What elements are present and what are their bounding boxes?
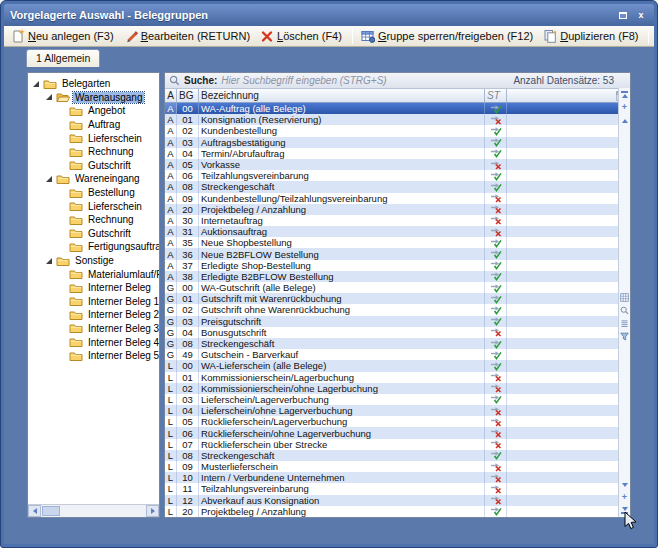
table-row[interactable]: L 01 Kommissionierschein/Lagerbuchung [165, 372, 630, 383]
column-header-a[interactable]: A [165, 89, 177, 102]
table-row[interactable]: L 07 Rücklieferschein über Strecke [165, 439, 630, 450]
tree-item-gutschrift[interactable]: Gutschrift [28, 227, 159, 241]
table-row[interactable]: G 04 Bonusgutschrift [165, 327, 630, 338]
scroll-down-page-button[interactable]: + [620, 493, 630, 502]
column-header-bg[interactable]: BG [177, 89, 199, 102]
tree-item-interner-beleg-4-pps[interactable]: Interner Beleg 4 (PPS) [28, 335, 159, 349]
table-view-icon[interactable] [620, 293, 630, 302]
search-button[interactable]: Suchen (STRG+S) [654, 28, 658, 44]
delete-button-label: Löschen (F4) [277, 30, 342, 42]
new-button[interactable]: Neu anlegen (F3) [8, 28, 119, 44]
cell-bezeichnung: Vorkasse [199, 159, 485, 170]
table-row[interactable]: G 49 Gutschein - Barverkauf [165, 349, 630, 360]
tree-item-interner-beleg-3-pps[interactable]: Interner Beleg 3 (PPS) [28, 322, 159, 336]
table-row[interactable]: A 31 Auktionsauftrag [165, 226, 630, 237]
expand-arrow-icon[interactable] [45, 175, 53, 183]
scrollbar-thumb[interactable] [42, 506, 60, 516]
table-row[interactable]: A 01 Konsignation (Reservierung) [165, 114, 630, 125]
tree-item-lieferschein[interactable]: Lieferschein [28, 131, 159, 145]
table-row[interactable]: A 00 WA-Auftrag (alle Belege) [165, 103, 630, 114]
tree-item-interner-beleg-5-pps[interactable]: Interner Beleg 5 (PPS) [28, 349, 159, 363]
table-row[interactable]: L 03 Lieferschein/Lagerverbuchung [165, 394, 630, 405]
tree-item-interner-beleg-2-pps[interactable]: Interner Beleg 2 (PPS) [28, 308, 159, 322]
scroll-down-button[interactable] [620, 480, 630, 489]
edit-button[interactable]: Bearbeiten (RETURN) [121, 28, 255, 44]
expand-arrow-icon[interactable] [32, 80, 40, 88]
tree-item-materialumlauf-reparatur[interactable]: Materialumlauf/Reparatur [28, 267, 159, 281]
search-input[interactable]: Hier Suchbegriff eingeben (STRG+S) [221, 75, 509, 86]
table-row[interactable]: A 09 Kundenbestellung/Teilzahlungsverein… [165, 193, 630, 204]
table-row[interactable]: G 00 WA-Gutschrift (alle Belege) [165, 282, 630, 293]
table-row[interactable]: G 03 Preisgutschrift [165, 316, 630, 327]
table-row[interactable]: A 37 Erledigte Shop-Bestellung [165, 260, 630, 271]
restore-window-button[interactable] [616, 9, 630, 22]
tree-horizontal-scrollbar[interactable] [28, 504, 159, 517]
table-row[interactable]: L 06 Rücklieferschein/ohne Lagerverbuchu… [165, 427, 630, 438]
tree-item-lieferschein[interactable]: Lieferschein [28, 199, 159, 213]
filter-funnel-icon[interactable] [620, 332, 630, 341]
quick-search-icon[interactable] [620, 306, 630, 315]
cell-bezeichnung: Rücklieferschein/ohne Lagerverbuchung [199, 427, 485, 438]
table-row[interactable]: A 04 Termin/Abrufauftrag [165, 148, 630, 159]
table-row[interactable]: A 30 Internetauftrag [165, 215, 630, 226]
cell-filler [507, 215, 630, 226]
tree-item-angebot[interactable]: Angebot [28, 104, 159, 118]
table-row[interactable]: A 05 Vorkasse [165, 159, 630, 170]
tree-item-rechnung[interactable]: Rechnung [28, 213, 159, 227]
twist-spacer [58, 311, 66, 319]
table-row[interactable]: L 02 Kommissionierschein/ohne Lagerbuchu… [165, 383, 630, 394]
table-row[interactable]: L 04 Lieferschein/ohne Lagerverbuchung [165, 405, 630, 416]
table-row[interactable]: L 00 WA-Lieferschein (alle Belege) [165, 360, 630, 371]
delete-button[interactable]: Löschen (F4) [257, 28, 347, 44]
expand-arrow-icon[interactable] [45, 257, 53, 265]
table-row[interactable]: A 36 Neue B2BFLOW Bestellung [165, 248, 630, 259]
tree-item-wareneingang[interactable]: Wareneingang [28, 172, 159, 186]
table-row[interactable]: L 10 Intern / Verbundene Unternehmen [165, 472, 630, 483]
table-row[interactable]: L 12 Abverkauf aus Konsignation [165, 495, 630, 506]
status-icon [485, 405, 507, 416]
scroll-up-button[interactable] [620, 116, 630, 125]
group-lock-button[interactable]: Gruppe sperren/freigeben (F12) [358, 28, 538, 44]
table-row[interactable]: A 20 Projektbeleg / Anzahlung [165, 204, 630, 215]
table-row[interactable]: G 08 Streckengeschäft [165, 338, 630, 349]
toolbar-separator [352, 29, 353, 44]
tree-item-bestellung[interactable]: Bestellung [28, 186, 159, 200]
column-header-st[interactable]: ST [485, 89, 507, 102]
cell-a: A [165, 181, 177, 192]
table-row[interactable]: A 06 Teilzahlungsvereinbarung [165, 170, 630, 181]
table-row[interactable]: L 05 Rücklieferschein/Lagerverbuchung [165, 416, 630, 427]
scroll-left-button[interactable] [28, 505, 41, 517]
table-row[interactable]: A 38 Erledigte B2BFLOW Bestellung [165, 271, 630, 282]
expand-arrow-icon[interactable] [45, 93, 53, 101]
tree-item-belegarten[interactable]: Belegarten [28, 77, 159, 91]
table-row[interactable]: G 02 Gutschrift ohne Warenrückbuchung [165, 304, 630, 315]
table-row[interactable]: A 08 Streckengeschäft [165, 181, 630, 192]
tab-allgemein[interactable]: 1 Allgemein [26, 49, 100, 67]
table-row[interactable]: G 01 Gutschrift mit Warenrückbuchung [165, 293, 630, 304]
cell-bezeichnung: Kommissionierschein/ohne Lagerbuchung [199, 383, 485, 394]
tree-item-interner-beleg[interactable]: Interner Beleg [28, 281, 159, 295]
table-row[interactable]: A 35 Neue Shopbestellung [165, 237, 630, 248]
tree-item-rechnung[interactable]: Rechnung [28, 145, 159, 159]
tree-item-auftrag[interactable]: Auftrag [28, 118, 159, 132]
tree-item-fertigungsauftrag-pps[interactable]: Fertigungsauftrag (PPS) [28, 240, 159, 254]
cell-filler [507, 416, 630, 427]
table-row[interactable]: L 11 Teilzahlungsvereinbarung [165, 483, 630, 494]
table-row[interactable]: L 20 Projektbeleg / Anzahlung [165, 506, 630, 517]
scroll-right-button[interactable] [146, 505, 159, 517]
scroll-up-page-button[interactable]: + [620, 103, 630, 112]
table-row[interactable]: A 02 Kundenbestellung [165, 125, 630, 136]
column-header-bezeichnung[interactable]: Bezeichnung [199, 89, 485, 102]
tree-item-gutschrift[interactable]: Gutschrift [28, 159, 159, 173]
duplicate-button[interactable]: Duplizieren (F8) [540, 28, 643, 44]
scroll-to-top-button[interactable] [620, 90, 630, 99]
table-row[interactable]: L 09 Musterlieferschein [165, 461, 630, 472]
status-icon [485, 170, 507, 181]
tree-item-sonstige[interactable]: Sonstige [28, 254, 159, 268]
tree-item-interner-beleg-1-pps[interactable]: Interner Beleg 1 (PPS) [28, 295, 159, 309]
tree-item-warenausgang[interactable]: Warenausgang [28, 91, 159, 105]
close-window-button[interactable]: x [634, 9, 648, 22]
sort-list-icon[interactable] [620, 319, 630, 328]
table-row[interactable]: A 03 Auftragsbestätigung [165, 137, 630, 148]
table-row[interactable]: L 08 Streckengeschäft [165, 450, 630, 461]
